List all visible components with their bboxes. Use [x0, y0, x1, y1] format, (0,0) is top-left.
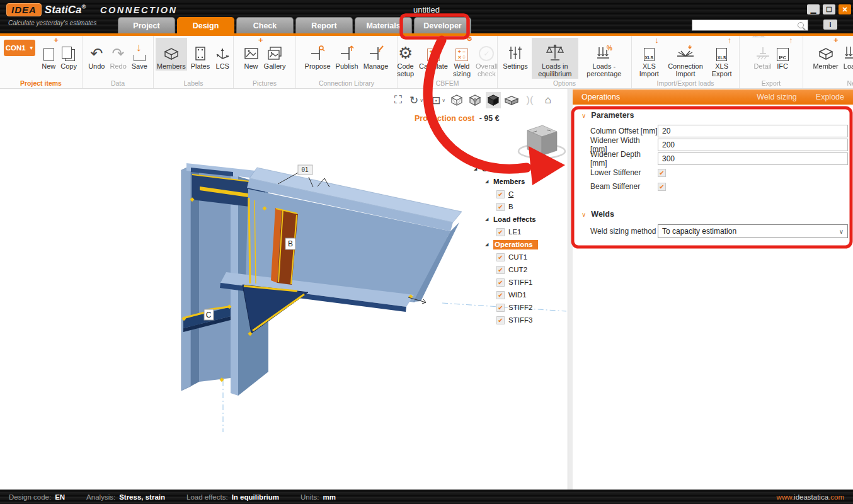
- expander-icon[interactable]: ◢: [474, 166, 479, 171]
- section-view-button[interactable]: ⊡∨: [431, 92, 446, 108]
- checkbox-checked[interactable]: ✔: [496, 190, 505, 198]
- plus-icon: +: [258, 36, 263, 44]
- tree-node-stiff3[interactable]: ✔ STIFF3: [474, 314, 568, 326]
- checkbox-checked[interactable]: ✔: [496, 266, 505, 274]
- 3d-viewport[interactable]: ⛶ ↻∨ ⊡∨ )( ⌂ Production cost - 95 €: [0, 88, 568, 490]
- minimize-icon: ▁: [811, 6, 816, 14]
- search-input[interactable]: [692, 21, 798, 29]
- welds-section-header[interactable]: ∨ Welds: [581, 210, 614, 219]
- column-offset-input[interactable]: [658, 125, 848, 137]
- tree-node-cut2[interactable]: ✔ CUT2: [474, 263, 568, 276]
- detail-export-button[interactable]: BETA Detail: [752, 38, 772, 71]
- undo-icon: ↶: [90, 38, 103, 61]
- widener-width-input[interactable]: [658, 139, 848, 151]
- hidden-line-view-button[interactable]: [467, 92, 483, 108]
- settings-button[interactable]: Settings: [501, 38, 529, 71]
- explode-action[interactable]: Explode: [816, 93, 844, 101]
- weld-method-select[interactable]: To capacity estimation ∨: [658, 224, 848, 238]
- loads-equilibrium-toggle[interactable]: Loads in equilibrium: [532, 38, 578, 79]
- minimize-button[interactable]: ▁: [807, 4, 820, 14]
- beam-stiffener-checkbox[interactable]: ✔: [658, 183, 666, 191]
- expand-icon: ⛶: [394, 94, 402, 106]
- library-propose-button[interactable]: Propose: [304, 38, 332, 71]
- member-c-label: C: [206, 311, 212, 319]
- tab-developer[interactable]: Developer: [414, 17, 471, 33]
- rotate-icon: ↻: [409, 94, 418, 107]
- parameters-section-header[interactable]: ∨ Parameters: [581, 111, 634, 120]
- tree-node-operations[interactable]: ◢ Operations: [474, 238, 568, 251]
- connection-search-icon: [310, 38, 325, 61]
- solid-view-button[interactable]: [486, 92, 501, 108]
- ribbon: CON1▼ + New Copy Project items ↶ Undo ↷ …: [0, 36, 853, 89]
- copy-button[interactable]: Copy: [59, 38, 78, 71]
- view-cube[interactable]: [518, 125, 565, 158]
- calculate-button[interactable]: + −× ÷ Calculate: [418, 38, 449, 71]
- maximize-button[interactable]: ☐: [823, 4, 835, 14]
- con1-dropdown[interactable]: CON1▼: [4, 40, 35, 56]
- close-button[interactable]: ✕: [839, 4, 851, 14]
- rotate-view-button[interactable]: ↻∨: [409, 92, 424, 108]
- picture-new-button[interactable]: + New: [243, 38, 260, 71]
- checkbox-checked[interactable]: ✔: [496, 304, 505, 312]
- expander-icon[interactable]: ◢: [485, 179, 491, 184]
- checkbox-checked[interactable]: ✔: [496, 316, 505, 324]
- tree-node-members[interactable]: ◢ Members: [474, 175, 568, 188]
- connection-import-button[interactable]: Connection Import: [665, 38, 706, 79]
- xls-import-button[interactable]: XLS↓ XLS Import: [636, 38, 663, 79]
- checkbox-checked[interactable]: ✔: [496, 253, 505, 261]
- tree-node-stiff2[interactable]: ✔ STIFF2: [474, 301, 568, 314]
- code-setup-button[interactable]: ⚙ Code setup: [396, 38, 415, 79]
- labels-plates-toggle[interactable]: Plates: [190, 38, 212, 71]
- tree-node-load-effects[interactable]: ◢ Load effects: [474, 213, 568, 226]
- weld-sizing-button[interactable]: + −× ÷⚙ Weld sizing: [452, 38, 472, 79]
- tab-report[interactable]: Report: [295, 17, 353, 33]
- loads-percentage-button[interactable]: % Loads - percentage: [581, 38, 627, 79]
- xls-export-button[interactable]: XLS↑ XLS Export: [708, 38, 735, 79]
- home-view-button[interactable]: ⌂: [541, 92, 556, 108]
- ifc-export-button[interactable]: IFC↑ IFC: [776, 38, 790, 71]
- checkbox-checked[interactable]: ✔: [496, 228, 505, 236]
- library-publish-button[interactable]: Publish: [335, 38, 360, 71]
- transparent-view-button[interactable]: [504, 92, 519, 108]
- tab-check[interactable]: Check: [236, 17, 294, 33]
- tree-node-member-b[interactable]: ✔ B: [474, 200, 568, 213]
- tab-project[interactable]: Project: [118, 17, 175, 33]
- tree-node-member-c[interactable]: ✔ C: [474, 188, 568, 200]
- widener-depth-input[interactable]: [658, 152, 848, 165]
- checkbox-checked[interactable]: ✔: [496, 203, 505, 211]
- tab-design[interactable]: Design: [177, 17, 234, 33]
- expander-icon[interactable]: ◢: [485, 217, 491, 222]
- website-link[interactable]: www.ideastatica.com: [777, 493, 844, 501]
- info-button[interactable]: i: [823, 20, 837, 30]
- new-load-button[interactable]: + Load: [842, 38, 853, 71]
- new-member-button[interactable]: + Member: [811, 38, 839, 71]
- overall-check-button[interactable]: ✓ Overall check: [474, 38, 499, 79]
- new-project-button[interactable]: + New: [40, 38, 57, 71]
- save-button[interactable]: ↓ Save: [130, 38, 149, 71]
- connection-upload-icon: [340, 38, 355, 61]
- labels-lcs-toggle[interactable]: LCS: [214, 38, 231, 71]
- checkbox-checked[interactable]: ✔: [496, 291, 505, 299]
- checkbox-checked[interactable]: ✔: [496, 278, 505, 287]
- library-manage-button[interactable]: Manage: [362, 38, 390, 71]
- weld-sizing-action[interactable]: Weld sizing: [757, 93, 797, 101]
- tree-node-con1[interactable]: ◢ CON1: [474, 163, 568, 175]
- tree-node-le1[interactable]: ✔ LE1: [474, 226, 568, 238]
- gallery-icon: [267, 38, 282, 61]
- labels-members-toggle[interactable]: Members: [156, 38, 187, 71]
- lower-stiffener-checkbox[interactable]: ✔: [658, 169, 666, 177]
- search-box[interactable]: [692, 20, 808, 31]
- undo-button[interactable]: ↶ Undo: [87, 38, 106, 71]
- title-bar: IDEA StatiCa® CONNECTION Calculate yeste…: [0, 0, 853, 36]
- wireframe-view-button[interactable]: [449, 92, 464, 108]
- widener-depth-row: Widener Depth [mm]: [590, 152, 848, 165]
- tree-node-stiff1[interactable]: ✔ STIFF1: [474, 276, 568, 289]
- expander-icon[interactable]: ◢: [485, 242, 491, 247]
- picture-gallery-button[interactable]: Gallery: [263, 38, 287, 71]
- redo-button[interactable]: ↷ Redo: [108, 38, 127, 71]
- tree-node-wid1[interactable]: ✔ WID1: [474, 289, 568, 301]
- tree-node-cut1[interactable]: ✔ CUT1: [474, 251, 568, 263]
- tab-materials[interactable]: Materials: [355, 17, 412, 33]
- zoom-extents-button[interactable]: ⛶: [391, 92, 406, 108]
- mirror-view-button[interactable]: )(: [522, 92, 537, 108]
